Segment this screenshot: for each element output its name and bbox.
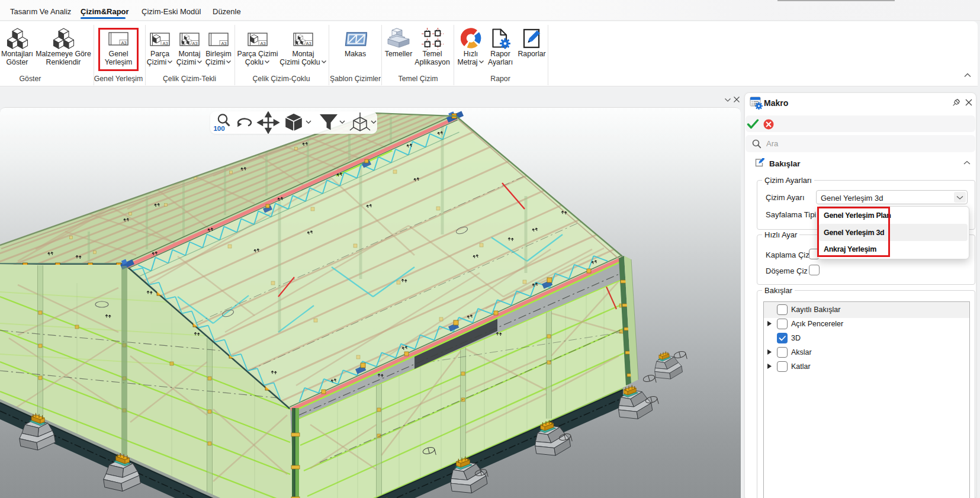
svg-text:A3: A3 [162,41,168,46]
svg-text:A3: A3 [221,41,226,46]
svg-text:A3: A3 [260,41,265,46]
svg-text:A3: A3 [306,41,311,46]
svg-text:100: 100 [213,125,224,132]
svg-text:A3: A3 [192,41,197,46]
